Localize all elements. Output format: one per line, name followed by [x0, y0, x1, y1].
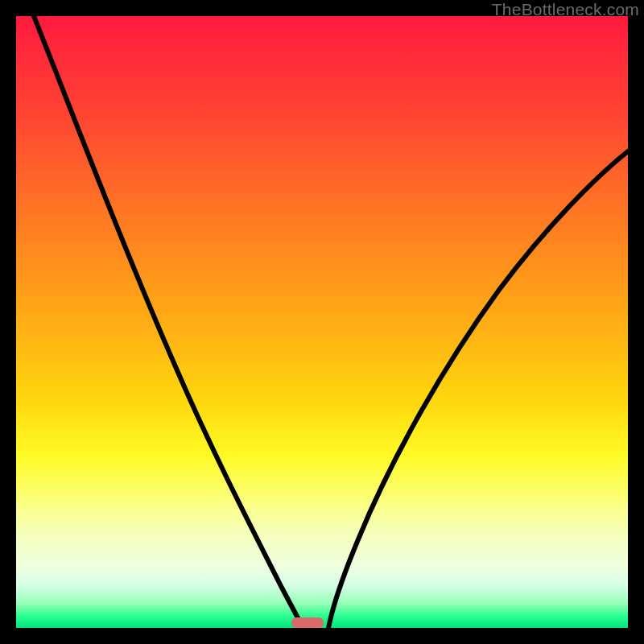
chart-curves: [16, 16, 628, 628]
curve-right: [328, 151, 628, 628]
curve-left: [34, 16, 303, 628]
bottleneck-marker: [291, 617, 324, 628]
chart-plot-area: [16, 16, 628, 628]
